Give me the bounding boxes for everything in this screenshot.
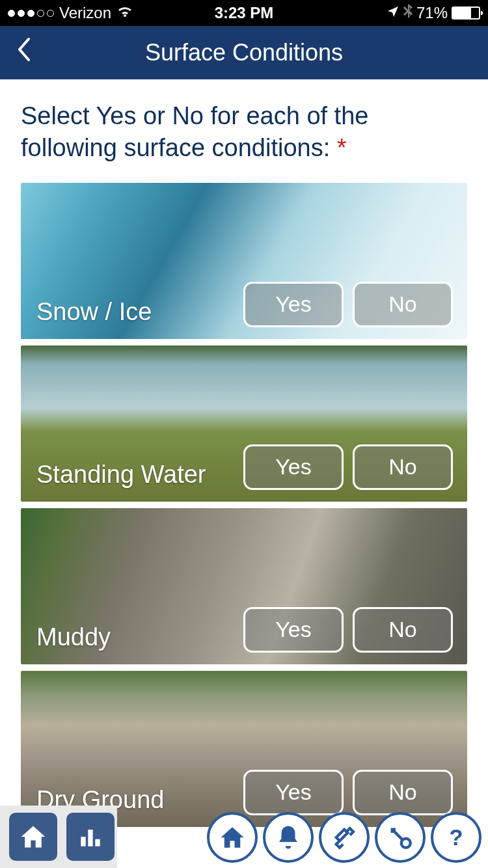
condition-card-muddy: Muddy Yes No [21, 508, 467, 664]
key-button[interactable] [375, 812, 426, 863]
satellite-button[interactable] [319, 812, 370, 863]
help-button[interactable]: ? [431, 812, 481, 863]
no-button[interactable]: No [353, 444, 453, 490]
condition-card-snow-ice: Snow / Ice Yes No [21, 183, 467, 339]
status-bar: Verizon 3:23 PM 71% [0, 0, 488, 26]
svg-rect-0 [81, 837, 85, 847]
svg-rect-2 [95, 839, 100, 847]
svg-point-3 [401, 839, 411, 848]
notifications-button[interactable] [263, 812, 314, 863]
status-time: 3:23 PM [165, 4, 323, 22]
prompt-text: Select Yes or No for each of the followi… [21, 100, 467, 165]
back-button[interactable] [16, 36, 31, 69]
condition-card-dry-ground: Dry Ground Yes No [21, 671, 467, 827]
bottom-toolbar: ? [0, 806, 488, 868]
bluetooth-icon [403, 4, 413, 22]
signal-strength-icon [8, 10, 54, 17]
yes-button[interactable]: Yes [243, 607, 344, 653]
wifi-icon [116, 4, 133, 22]
svg-rect-1 [88, 830, 92, 847]
carrier-label: Verizon [59, 4, 111, 22]
prompt-label: Select Yes or No for each of the followi… [21, 102, 368, 161]
status-right: 71% [323, 4, 480, 22]
yes-button[interactable]: Yes [243, 282, 344, 327]
nav-bar: Surface Conditions [0, 26, 488, 79]
stats-square-button[interactable] [66, 813, 115, 861]
content-area: Select Yes or No for each of the followi… [0, 79, 488, 827]
battery-percent: 71% [416, 4, 448, 22]
svg-text:?: ? [449, 824, 463, 850]
no-button[interactable]: No [353, 282, 453, 327]
required-indicator: * [337, 134, 347, 161]
status-left: Verizon [8, 4, 165, 22]
home-round-button[interactable] [207, 812, 258, 863]
home-square-button[interactable] [9, 813, 57, 861]
yes-button[interactable]: Yes [243, 444, 344, 490]
no-button[interactable]: No [353, 607, 453, 653]
page-title: Surface Conditions [0, 39, 488, 66]
battery-icon [452, 7, 480, 20]
location-icon [386, 4, 400, 22]
condition-card-standing-water: Standing Water Yes No [21, 346, 467, 502]
